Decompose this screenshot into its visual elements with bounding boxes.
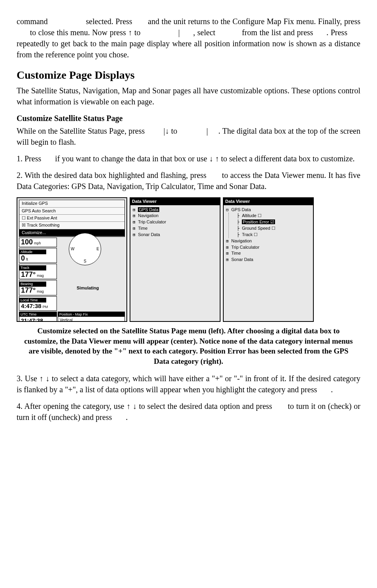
compass-e: E — [96, 246, 99, 252]
down-arrow-icon: ↓ — [209, 154, 213, 163]
text: 3. Use — [17, 374, 40, 383]
tree-node-gps-data[interactable]: GPS Data — [133, 207, 217, 213]
tree-node-trip-calculator[interactable]: Trip Calculator — [226, 244, 311, 251]
up-arrow-icon: ↑ — [126, 402, 130, 410]
compass-w: W — [71, 246, 74, 252]
tree-node-gps-data[interactable]: GPS Data — [226, 207, 311, 213]
text: | — [178, 28, 180, 37]
bearing-value: 177° — [21, 286, 36, 294]
heading-customize-page-displays: Customize Page Displays — [17, 67, 360, 83]
paragraph-1: command selected. Press and the unit ret… — [17, 16, 360, 60]
tree-node-time[interactable]: Time — [226, 250, 311, 257]
text: . Press — [326, 28, 347, 37]
data-viewer-title: Data Viewer — [224, 198, 313, 205]
up-arrow-icon: ↑ — [215, 154, 219, 163]
text: to select a data category, which will ha… — [17, 374, 360, 394]
localtime-unit: PM — [43, 305, 48, 309]
menu-item-customize[interactable]: Customize... — [19, 229, 124, 236]
simulating-label: Simulating — [77, 285, 99, 291]
tree-node-ground-speed[interactable]: Ground Speed — [231, 225, 311, 232]
data-viewer-center-panel: Data Viewer GPS Data Navigation Trip Cal… — [130, 197, 221, 322]
speed-unit: mph — [34, 241, 41, 245]
paragraph-3: While on the Satellite Status Page, pres… — [17, 125, 360, 147]
utc-label: UTC Time — [19, 312, 57, 317]
altitude-box: Altitude 0 ft — [19, 248, 57, 263]
track-value: 177° — [21, 270, 36, 278]
tree-node-track[interactable]: Track — [231, 232, 311, 238]
text: if you want to change the data in that b… — [55, 154, 209, 163]
altitude-unit: ft — [26, 257, 28, 261]
up-arrow-icon: ↑ — [128, 28, 132, 37]
text: 2. With the desired data box highlighted… — [17, 171, 206, 180]
text: 1. Press — [17, 154, 41, 163]
menu-item-gps-auto-search[interactable]: GPS Auto Search — [19, 208, 124, 215]
tree-node-trip-calculator[interactable]: Trip Calculator — [133, 219, 217, 225]
data-viewer-title: Data Viewer — [130, 198, 220, 205]
satellite-status-menu-panel: Initialize GPS GPS Auto Search Ext Passi… — [17, 197, 127, 322]
menu-item-ext-passive-ant[interactable]: Ext Passive Ant — [19, 215, 124, 222]
paragraph-2: The Satellite Status, Navigation, Map an… — [17, 85, 360, 107]
tree-node-navigation[interactable]: Navigation — [133, 213, 217, 219]
bearing-label: Bearing — [19, 282, 46, 287]
tree-node-time[interactable]: Time — [133, 225, 217, 232]
track-unit: mag — [37, 274, 44, 278]
text: to — [132, 28, 140, 37]
down-arrow-icon: ↓ — [133, 402, 137, 410]
text: command — [17, 17, 48, 26]
bearing-unit: mag — [37, 289, 44, 293]
data-viewer-tree: GPS Data Altitude Position Error Ground … — [224, 205, 313, 265]
localtime-label: Local Time — [19, 298, 46, 303]
menu-item-initialize-gps[interactable]: Initialize GPS — [19, 200, 124, 207]
text: . — [126, 413, 128, 422]
text: While on the Satellite Status Page, pres… — [17, 127, 145, 135]
localtime-box: Local Time 4:47:38 PM — [19, 296, 57, 311]
tree-node-navigation[interactable]: Navigation — [226, 238, 311, 244]
paragraph-6: 3. Use ↑ ↓ to select a data category, wh… — [17, 373, 360, 395]
altitude-value: 0 — [21, 254, 25, 262]
down-arrow-icon: ↓ — [45, 374, 49, 383]
position-box: Position - Map Fix Vertical D: 539.33" — [58, 312, 125, 322]
text: and the unit returns to the Configure Ma… — [148, 17, 360, 26]
menu-list: Initialize GPS GPS Auto Search Ext Passi… — [19, 200, 125, 237]
text: selected. Press — [86, 17, 132, 26]
data-viewer-right-panel: Data Viewer GPS Data Altitude Position E… — [223, 197, 314, 322]
text: 4. After opening the category, use — [17, 402, 126, 410]
altitude-label: Altitude — [19, 250, 46, 255]
utc-value: 21:47:38 — [21, 318, 43, 322]
track-box: Track 177° mag — [19, 264, 57, 279]
tree-node-altitude[interactable]: Altitude — [231, 213, 311, 219]
down-arrow-icon: ↓ — [165, 127, 169, 135]
figure-row: Initialize GPS GPS Auto Search Ext Passi… — [17, 197, 360, 322]
paragraph-4: 1. Press if you want to change the data … — [17, 153, 360, 164]
text: , select — [193, 28, 215, 37]
tree-node-sonar-data[interactable]: Sonar Data — [226, 257, 311, 263]
compass-icon: W E S — [69, 233, 101, 265]
tree-node-position-error[interactable]: Position Error — [231, 219, 311, 225]
track-label: Track — [19, 265, 46, 270]
compass-s: S — [84, 259, 87, 264]
heading-customize-satellite-status: Customize Satellite Status Page — [17, 113, 360, 124]
text: . — [331, 385, 333, 394]
text: to select the desired data option and pr… — [137, 402, 272, 410]
figure-caption: Customize selected on the Satellite Stat… — [24, 326, 353, 367]
data-viewer-tree: GPS Data Navigation Trip Calculator Time… — [130, 205, 220, 240]
position-label: Position - Map Fix — [58, 312, 124, 317]
text: to select a different data box to custom… — [219, 154, 354, 163]
tree-node-sonar-data[interactable]: Sonar Data — [133, 232, 217, 238]
text: to close this menu. Now press — [30, 28, 128, 37]
text: | — [206, 127, 208, 135]
text: to — [169, 127, 177, 135]
bearing-box: Bearing 177° mag — [19, 280, 57, 295]
speed-box: 100 mph — [19, 238, 57, 247]
localtime-value: 4:47:38 — [21, 303, 41, 309]
paragraph-5: 2. With the desired data box highlighted… — [17, 170, 360, 192]
speed-value: 100 — [21, 238, 33, 246]
text: repeatedly to get back to the main page … — [17, 39, 360, 59]
vertical-label: Vertical — [60, 318, 73, 322]
text: from the list and press — [242, 28, 313, 37]
paragraph-7: 4. After opening the category, use ↑ ↓ t… — [17, 401, 360, 423]
utc-box: UTC Time 21:47:38 — [19, 312, 57, 322]
up-arrow-icon: ↑ — [40, 374, 43, 383]
menu-item-track-smoothing[interactable]: Track Smoothing — [19, 222, 124, 229]
